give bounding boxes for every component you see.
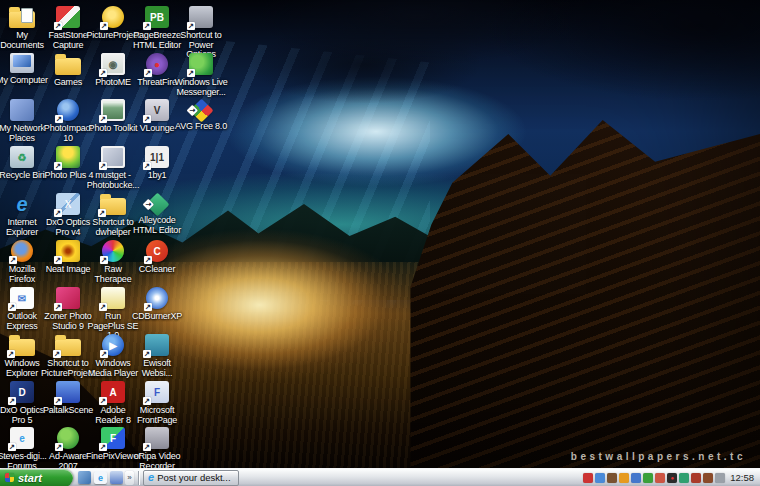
neat-image-icon: ↗	[56, 240, 80, 262]
shortcut-arrow-icon: ↗	[100, 256, 108, 264]
shortcut-arrow-icon: ↗	[99, 115, 107, 123]
desktop-icon-avg-free-8-0[interactable]: ↗AVG Free 8.0	[174, 99, 228, 132]
shortcut-arrow-icon: ↗	[144, 303, 152, 311]
desktop-icon-oripa-video-recorder[interactable]: ↗oRipa Video Recorder	[130, 427, 184, 468]
shortcut-arrow-icon: ↗	[100, 22, 108, 30]
system-tray: ●	[579, 473, 725, 483]
taskbar-separator	[138, 471, 139, 485]
ewisoft-websi-icon: ↗	[145, 334, 169, 356]
mozilla-firefox-icon: ↗	[11, 240, 33, 262]
taskbar-clock[interactable]: 12:58	[725, 472, 760, 483]
icon-label: oRipa Video Recorder	[130, 452, 184, 468]
ccleaner-icon: C↗	[146, 240, 168, 262]
shortcut-arrow-icon: ↗	[98, 209, 106, 217]
avg-free-8-0-icon: ↗	[189, 98, 213, 122]
shortcut-arrow-icon: ↗	[143, 162, 151, 170]
icon-label: Alleycode HTML Editor	[130, 216, 184, 235]
shield-icon[interactable]	[679, 473, 689, 483]
dxo-optics-pro-5-icon: D↗	[10, 381, 34, 403]
quick-launch-bar: e	[78, 471, 123, 484]
volume-icon[interactable]	[691, 473, 701, 483]
window-icon[interactable]	[110, 471, 123, 484]
shortcut-arrow-icon: ↗	[8, 303, 16, 311]
desktop-icon-microsoft-frontpage[interactable]: F↗Microsoft FrontPage	[130, 381, 184, 425]
windows-explorer-icon: ↗	[9, 339, 35, 356]
shortcut-arrow-icon: ↗	[99, 397, 107, 405]
windows-media-player-icon: ▶↗	[102, 334, 124, 356]
messenger-globe-icon[interactable]	[595, 473, 605, 483]
oripa-video-recorder-icon: ↗	[145, 427, 169, 449]
show-desktop-icon[interactable]	[78, 471, 91, 484]
desktop-icon-shortcut-to-power-options[interactable]: ↗Shortcut to Power Options	[174, 6, 228, 60]
tv-tuner-icon[interactable]	[655, 473, 665, 483]
desktop-icon-1by1[interactable]: 1|1↗1by1	[130, 146, 184, 181]
shortcut-arrow-icon: ↗	[142, 199, 153, 210]
padlock-icon[interactable]	[619, 473, 629, 483]
outlook-express-icon: ✉↗	[10, 287, 34, 309]
quick-launch-overflow-button[interactable]: »	[125, 471, 134, 485]
run-pageplus-se-1-0-icon: ↗	[101, 287, 125, 309]
shortcut-arrow-icon: ↗	[143, 115, 151, 123]
shortcut-arrow-icon: ↗	[143, 22, 151, 30]
shortcut-arrow-icon: ↗	[8, 443, 16, 451]
windows-live-messenger-icon: ↗	[189, 53, 213, 75]
paw-icon[interactable]	[703, 473, 713, 483]
raw-therapee-icon: ↗	[102, 240, 124, 262]
blue-app-icon[interactable]	[631, 473, 641, 483]
green-app-icon[interactable]	[643, 473, 653, 483]
photome-icon: ◉↗	[101, 53, 125, 75]
red-alert-icon[interactable]	[583, 473, 593, 483]
adobe-reader-8-icon: A↗	[101, 381, 125, 403]
shortcut-arrow-icon: ↗	[53, 350, 61, 358]
shortcut-arrow-icon: ↗	[54, 256, 62, 264]
task-button-label: Post your deskt...	[157, 472, 230, 483]
desktop-icon-alleycode-html-editor[interactable]: ↗Alleycode HTML Editor	[130, 193, 184, 235]
desktop-icon-grid: My Documents↗FastStone Capture↗PicturePr…	[0, 0, 760, 468]
icon-label: 1by1	[130, 171, 184, 181]
desktop-icon-windows-live-messenger[interactable]: ↗Windows Live Messenger...	[174, 53, 228, 97]
desktop-icon-ccleaner[interactable]: C↗CCleaner	[130, 240, 184, 275]
shortcut-arrow-icon: ↗	[144, 256, 152, 264]
desktop-icon-cdburnerxp[interactable]: ↗CDBurnerXP	[130, 287, 184, 322]
shortcut-arrow-icon: ↗	[144, 69, 152, 77]
alleycode-html-editor-icon: ↗	[145, 192, 169, 216]
my-network-places-icon	[10, 99, 34, 121]
desktop-screen: My Documents↗FastStone Capture↗PicturePr…	[0, 0, 760, 486]
shortcut-arrow-icon: ↗	[54, 162, 62, 170]
cdburnerxp-icon: ↗	[146, 287, 168, 309]
recorder-icon[interactable]	[715, 473, 725, 483]
steves-digi-forums-icon: e↗	[10, 427, 34, 449]
icon-label: AVG Free 8.0	[174, 122, 228, 132]
wallpaper-watermark: bestwallpapers.net.tc	[571, 451, 746, 462]
icon-label: CDBurnerXP	[130, 312, 184, 322]
microsoft-frontpage-icon: F↗	[145, 381, 169, 403]
desktop: My Documents↗FastStone Capture↗PicturePr…	[0, 0, 760, 468]
shortcut-arrow-icon: ↗	[54, 303, 62, 311]
recycle-bin-icon: ♻	[10, 146, 34, 168]
iphoto-plus-4-icon: ↗	[56, 146, 80, 168]
shortcut-to-dwhelper-icon: ↗	[100, 198, 126, 215]
shortcut-arrow-icon: ↗	[186, 105, 197, 116]
internet-explorer-icon[interactable]: e	[94, 471, 107, 484]
shortcut-arrow-icon: ↗	[143, 350, 151, 358]
photo-toolkit-icon: ↗	[101, 99, 125, 121]
my-computer-icon	[10, 53, 34, 73]
icon-label: Windows Live Messenger...	[174, 78, 228, 97]
shortcut-arrow-icon: ↗	[9, 256, 17, 264]
dxo-optics-pro-v4-icon: X↗	[56, 193, 80, 215]
finepixviewer-icon: F↗	[101, 427, 125, 449]
task-button-post-your-desktop[interactable]: e Post your deskt...	[143, 470, 239, 486]
icon-label: CCleaner	[130, 265, 184, 275]
icon-label: Microsoft FrontPage	[130, 406, 184, 425]
1by1-icon: 1|1↗	[145, 146, 169, 168]
pagebreeze-html-editor-icon: PB↗	[145, 6, 169, 28]
photoimpact-10-icon: ↗	[57, 99, 79, 121]
pictureproject-icon: ↗	[102, 6, 124, 28]
paltalkscene-icon: ↗	[56, 381, 80, 403]
shortcut-arrow-icon: ↗	[143, 397, 151, 405]
threatfire-icon[interactable]: ●	[667, 473, 677, 483]
start-button[interactable]: start	[0, 469, 73, 486]
camera-icon[interactable]	[607, 473, 617, 483]
windows-flag-icon	[5, 473, 14, 482]
desktop-icon-ewisoft-websi[interactable]: ↗Ewisoft Websi...	[130, 334, 184, 378]
